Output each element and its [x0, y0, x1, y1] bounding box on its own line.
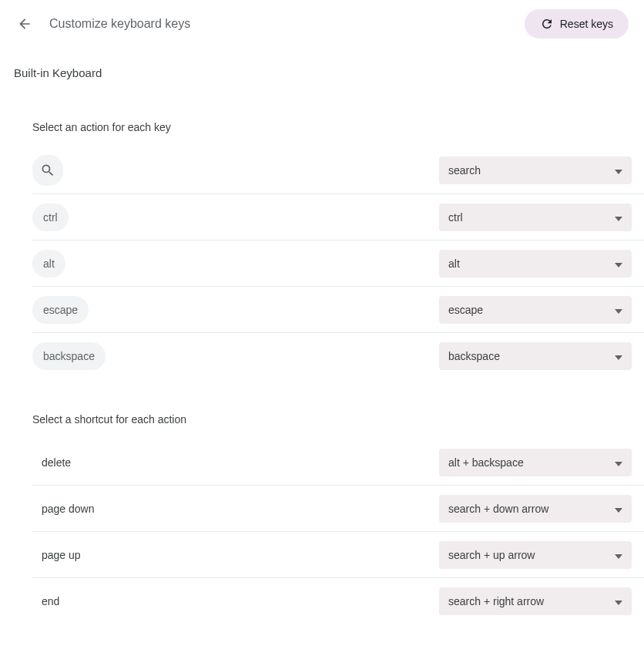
chevron-down-icon [615, 595, 622, 607]
action-label: page up [32, 549, 81, 561]
key-row: ctrlctrl [32, 194, 644, 241]
dropdown-value: alt [448, 257, 460, 270]
key-action-dropdown[interactable]: ctrl [439, 204, 632, 231]
action-row: endsearch + right arrow [32, 578, 644, 624]
actions-subheader: Select a shortcut for each action [0, 379, 644, 439]
action-label: page down [32, 503, 95, 515]
key-action-dropdown[interactable]: escape [439, 296, 632, 324]
header: Customize keyboard keys Reset keys [0, 0, 644, 48]
action-shortcut-dropdown[interactable]: search + up arrow [439, 541, 632, 569]
action-row: page downsearch + down arrow [32, 486, 644, 532]
key-row: backspacebackspace [32, 333, 644, 379]
dropdown-value: search + down arrow [448, 503, 548, 515]
chevron-down-icon [615, 350, 622, 362]
reset-keys-button[interactable]: Reset keys [525, 9, 629, 39]
dropdown-value: alt + backspace [448, 456, 524, 469]
key-chip: ctrl [32, 204, 69, 231]
key-row: search [32, 147, 644, 194]
back-button[interactable] [15, 15, 34, 33]
chevron-down-icon [615, 456, 622, 469]
page-title: Customize keyboard keys [49, 17, 509, 31]
action-shortcut-dropdown[interactable]: search + down arrow [439, 495, 632, 523]
action-label: end [32, 595, 59, 607]
action-row: deletealt + backspace [32, 439, 644, 486]
chevron-down-icon [615, 549, 622, 561]
key-rows-container: searchctrlctrlaltaltescapeescapebackspac… [0, 147, 644, 379]
key-chip: alt [32, 250, 65, 278]
action-row: page upsearch + up arrow [32, 532, 644, 578]
chevron-down-icon [615, 211, 622, 224]
dropdown-value: search [448, 164, 481, 177]
key-chip: escape [32, 296, 89, 324]
dropdown-value: search + up arrow [448, 549, 535, 561]
key-chip: backspace [32, 342, 106, 370]
action-shortcut-dropdown[interactable]: alt + backspace [439, 449, 632, 476]
chevron-down-icon [615, 304, 622, 316]
keys-subheader: Select an action for each key [0, 87, 644, 147]
chevron-down-icon [615, 257, 622, 270]
dropdown-value: escape [448, 304, 483, 316]
chevron-down-icon [615, 503, 622, 515]
key-action-dropdown[interactable]: backspace [439, 342, 632, 370]
action-rows-container: deletealt + backspacepage downsearch + d… [0, 439, 644, 624]
action-label: delete [32, 456, 71, 469]
reset-keys-label: Reset keys [560, 18, 613, 30]
action-shortcut-dropdown[interactable]: search + right arrow [439, 587, 632, 615]
chevron-down-icon [615, 164, 622, 177]
dropdown-value: search + right arrow [448, 595, 544, 607]
key-action-dropdown[interactable]: alt [439, 250, 632, 278]
key-action-dropdown[interactable]: search [439, 156, 632, 184]
section-title: Built-in Keyboard [0, 48, 644, 87]
arrow-left-icon [17, 16, 32, 32]
dropdown-value: ctrl [448, 211, 463, 224]
dropdown-value: backspace [448, 350, 500, 362]
key-row: escapeescape [32, 287, 644, 333]
search-icon [32, 155, 63, 186]
key-row: altalt [32, 241, 644, 287]
refresh-icon [540, 17, 554, 31]
